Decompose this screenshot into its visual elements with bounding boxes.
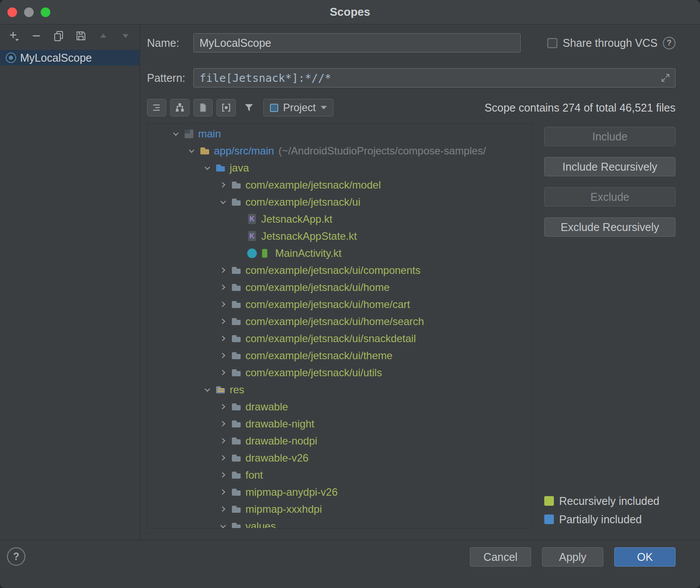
- tree-item-label: com/example/jetsnack/ui/components: [245, 264, 420, 276]
- dialog-content: MyLocalScope Name: Share through VCS ? P…: [0, 24, 700, 540]
- tree-row[interactable]: res: [147, 381, 532, 398]
- tree-chevron-icon[interactable]: [217, 469, 228, 481]
- tree-item-label: drawable-night: [245, 418, 314, 430]
- filter-toggle[interactable]: [243, 102, 255, 113]
- exclude-recursively-button[interactable]: Exclude Recursively: [544, 217, 676, 237]
- tree-chevron-icon[interactable]: [232, 248, 244, 259]
- legend-label: Recursively included: [559, 495, 659, 508]
- share-vcs-help-icon[interactable]: ?: [663, 37, 676, 49]
- scope-editor: Name: Share through VCS ? Pattern:: [140, 24, 700, 540]
- tree-row[interactable]: com/example/jetsnack/ui: [147, 193, 532, 210]
- tree-row[interactable]: font: [147, 466, 532, 483]
- zoom-window-button[interactable]: [41, 7, 50, 17]
- tree-row[interactable]: values: [147, 518, 532, 528]
- save-scope-button[interactable]: [73, 28, 89, 44]
- folder-icon: [231, 282, 242, 293]
- scope-summary: Scope contains 274 of total 46,521 files: [485, 102, 676, 114]
- tree-row[interactable]: com/example/jetsnack/ui/snackdetail: [147, 330, 532, 347]
- tree-row[interactable]: com/example/jetsnack/ui/utils: [147, 364, 532, 381]
- tree-chevron-icon[interactable]: [217, 521, 228, 529]
- tree-row[interactable]: com/example/jetsnack/ui/theme: [147, 347, 532, 364]
- view-selector-dropdown[interactable]: Project: [263, 99, 333, 116]
- tree-row[interactable]: java: [147, 159, 532, 176]
- tree-row[interactable]: com/example/jetsnack/model: [147, 176, 532, 193]
- include-recursively-button[interactable]: Include Recursively: [544, 157, 676, 176]
- tree-chevron-icon[interactable]: [201, 162, 212, 174]
- tree-chevron-icon[interactable]: [217, 504, 228, 515]
- tree-row[interactable]: JetsnackAppState.kt: [147, 228, 532, 245]
- tree-row[interactable]: com/example/jetsnack/ui/home/search: [147, 313, 532, 330]
- file-tree: main app/src/main (~/AndroidStudioProjec…: [147, 123, 532, 528]
- tree-item-label: com/example/jetsnack/ui/home/cart: [245, 298, 410, 311]
- show-included-only-button[interactable]: [217, 99, 236, 116]
- ok-button[interactable]: OK: [614, 547, 676, 567]
- tree-row[interactable]: MainActivity.kt: [147, 245, 532, 262]
- show-files-button[interactable]: [193, 99, 213, 116]
- titlebar[interactable]: Scopes: [0, 0, 700, 24]
- tree-row[interactable]: drawable-night: [147, 415, 532, 432]
- legend-color-swatch: [544, 514, 554, 524]
- expand-editor-icon[interactable]: [660, 72, 671, 84]
- tree-row[interactable]: JetsnackApp.kt: [147, 210, 532, 228]
- compact-middle-packages-button[interactable]: [147, 99, 166, 116]
- tree-row[interactable]: com/example/jetsnack/ui/home: [147, 279, 532, 296]
- tree-row[interactable]: app/src/main (~/AndroidStudioProjects/co…: [147, 142, 532, 159]
- tree-chevron-icon[interactable]: [217, 486, 228, 498]
- group-by-modules-button[interactable]: [170, 99, 189, 116]
- pattern-field-wrap: [193, 68, 676, 88]
- view-selector-label: Project: [283, 102, 316, 114]
- save-icon: [75, 30, 87, 42]
- tree-row[interactable]: drawable-v26: [147, 449, 532, 466]
- tree-row[interactable]: drawable-nodpi: [147, 432, 532, 449]
- tree-chevron-icon[interactable]: [201, 384, 212, 396]
- tree-chevron-icon[interactable]: [185, 145, 196, 157]
- tree-row[interactable]: main: [147, 125, 532, 142]
- close-window-button[interactable]: [7, 7, 17, 17]
- tree-chevron-icon[interactable]: [232, 231, 244, 242]
- scope-name-input[interactable]: [193, 33, 521, 52]
- folder-icon: [231, 316, 242, 327]
- tree-chevron-icon[interactable]: [217, 350, 228, 361]
- pattern-input[interactable]: [193, 68, 676, 88]
- tree-chevron-icon[interactable]: [217, 179, 228, 191]
- tree-row[interactable]: com/example/jetsnack/ui/components: [147, 262, 532, 279]
- legend: Recursively included Partially included: [544, 492, 676, 528]
- tree-row[interactable]: drawable: [147, 398, 532, 415]
- tree-chevron-icon[interactable]: [217, 401, 228, 413]
- tree-item-label: app/src/main: [214, 145, 274, 157]
- cancel-button[interactable]: Cancel: [470, 547, 531, 567]
- exclude-button: Exclude: [544, 187, 676, 206]
- apply-button[interactable]: Apply: [542, 547, 603, 567]
- legend-color-swatch: [544, 496, 554, 506]
- tree-chevron-icon[interactable]: [217, 196, 228, 208]
- share-vcs-checkbox[interactable]: [547, 38, 557, 48]
- tree-chevron-icon[interactable]: [217, 452, 228, 464]
- tree-chevron-icon[interactable]: [217, 333, 228, 344]
- tree-row[interactable]: com/example/jetsnack/ui/home/cart: [147, 296, 532, 313]
- tree-chevron-icon[interactable]: [169, 128, 181, 140]
- remove-scope-button[interactable]: [28, 28, 44, 44]
- tree-chevron-icon[interactable]: [217, 367, 228, 378]
- add-scope-button[interactable]: [6, 28, 22, 44]
- folder-icon: [231, 367, 242, 378]
- help-button[interactable]: ?: [7, 547, 25, 566]
- tree-and-actions: main app/src/main (~/AndroidStudioProjec…: [147, 123, 676, 528]
- tree-chevron-icon[interactable]: [217, 299, 228, 310]
- copy-scope-button[interactable]: [51, 28, 66, 44]
- tree-chevron-icon[interactable]: [217, 282, 228, 293]
- tree-chevron-icon[interactable]: [217, 316, 228, 327]
- tree-chevron-icon[interactable]: [232, 214, 244, 225]
- scopes-sidebar: MyLocalScope: [0, 24, 140, 540]
- compact-packages-icon: [151, 102, 162, 113]
- kotlin-file-icon: [246, 214, 258, 225]
- scope-list-item[interactable]: MyLocalScope: [0, 50, 140, 66]
- tree-item-label: drawable-nodpi: [245, 435, 317, 447]
- tree-chevron-icon[interactable]: [217, 435, 228, 447]
- tree-row[interactable]: mipmap-xxxhdpi: [147, 500, 532, 518]
- tree-chevron-icon[interactable]: [217, 265, 228, 276]
- tree-item-label: mipmap-anydpi-v26: [245, 486, 338, 498]
- tree-chevron-icon[interactable]: [217, 418, 228, 430]
- tree-row[interactable]: mipmap-anydpi-v26: [147, 483, 532, 500]
- local-scope-icon: [6, 52, 16, 63]
- folder-icon: [231, 486, 242, 498]
